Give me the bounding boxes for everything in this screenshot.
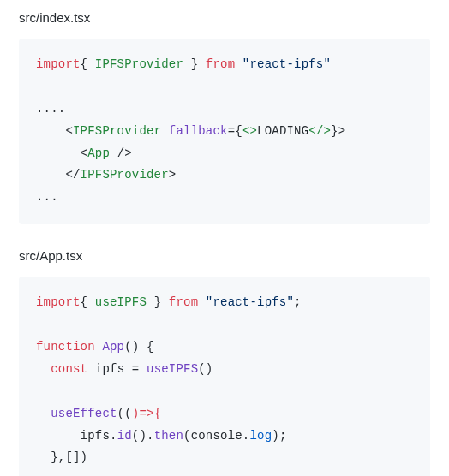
obj: ipfs (81, 429, 110, 443)
kw-import: import (36, 57, 81, 71)
kw-import: import (36, 295, 81, 309)
ellipsis: ... (36, 190, 58, 204)
brace: { (81, 57, 95, 71)
kw-function: function (36, 340, 95, 354)
ident: useIPFS (95, 295, 147, 309)
method: id (117, 429, 132, 443)
ident: IPFSProvider (95, 57, 183, 71)
kw-from: from (198, 57, 242, 71)
text: LOADING (257, 124, 308, 138)
string: "react-ipfs" (206, 295, 294, 309)
frag-open: <> (242, 124, 257, 138)
tag-open: < (65, 124, 73, 138)
document-root: src/index.tsx import{ IPFSProvider } fro… (0, 0, 449, 476)
fn-call: useEffect (51, 407, 117, 420)
var: ipfs (95, 362, 124, 376)
brace: } (183, 57, 198, 71)
code-block-1: import{ IPFSProvider } from "react-ipfs"… (19, 39, 430, 224)
line: },[]) (36, 450, 87, 464)
jsx-attr: fallback (169, 124, 228, 138)
file-label-1: src/index.tsx (19, 10, 430, 25)
kw-const: const (51, 362, 87, 376)
tag-close: /> (110, 146, 132, 160)
code-block-2: import{ useIPFS } from "react-ipfs"; fun… (19, 277, 430, 476)
fn-name: App (102, 340, 124, 354)
fn-call: useIPFS (147, 362, 198, 376)
file-label-2: src/App.tsx (19, 248, 430, 263)
tag-close: > (169, 168, 177, 181)
frag-close: </> (308, 124, 331, 138)
method: then (154, 429, 183, 443)
builtin: log (249, 429, 272, 443)
string: "react-ipfs" (242, 57, 331, 71)
jsx-tag: IPFSProvider (81, 168, 169, 181)
jsx-tag: App (87, 146, 110, 160)
ellipsis: .... (36, 102, 65, 116)
jsx-tag: IPFSProvider (73, 124, 161, 138)
tag-open: < (81, 146, 88, 160)
kw-from: from (161, 295, 206, 309)
tag-open: </ (65, 168, 80, 181)
